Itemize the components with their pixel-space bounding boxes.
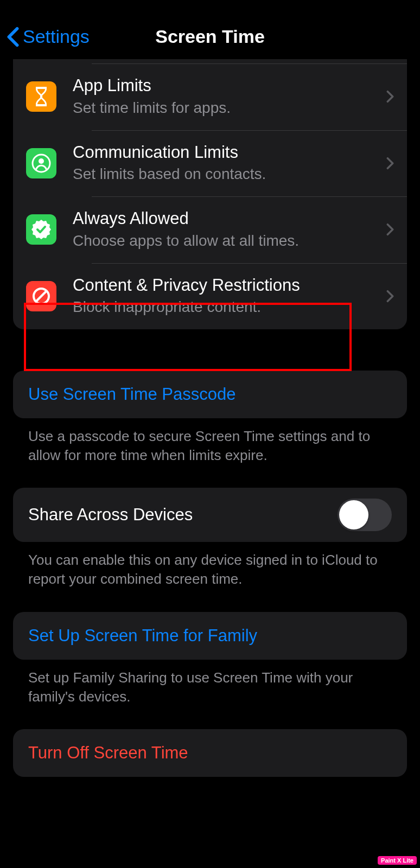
chevron-left-icon (7, 27, 20, 47)
footer-share: You can enable this on any device signed… (0, 542, 420, 589)
row-app-limits[interactable]: App Limits Set time limits for apps. (13, 63, 407, 130)
link-label: Use Screen Time Passcode (28, 385, 236, 404)
row-share-across-devices: Share Across Devices (13, 488, 407, 542)
svg-line-3 (36, 291, 47, 302)
row-subtitle: Choose apps to allow at all times. (73, 231, 380, 251)
row-use-passcode[interactable]: Use Screen Time Passcode (13, 371, 407, 418)
chevron-right-icon (386, 223, 394, 236)
row-communication-limits[interactable]: Communication Limits Set limits based on… (13, 130, 407, 197)
back-label: Settings (23, 26, 90, 47)
row-text: Content & Privacy Restrictions Block ina… (73, 275, 380, 318)
row-text: App Limits Set time limits for apps. (73, 75, 380, 118)
separator (92, 196, 407, 197)
watermark-badge: Paint X Lite (378, 856, 417, 865)
footer-passcode: Use a passcode to secure Screen Time set… (0, 418, 420, 465)
row-title: Communication Limits (73, 142, 380, 163)
settings-group-passcode: Use Screen Time Passcode (13, 371, 407, 418)
navigation-bar: Settings Screen Time (0, 0, 420, 59)
row-always-allowed[interactable]: Always Allowed Choose apps to allow at a… (13, 196, 407, 263)
row-title: App Limits (73, 75, 380, 97)
chevron-right-icon (386, 90, 394, 103)
no-sign-icon (26, 281, 56, 311)
hourglass-icon (26, 81, 56, 112)
toggle-label: Share Across Devices (28, 505, 193, 525)
link-label: Set Up Screen Time for Family (28, 626, 257, 645)
separator (92, 263, 407, 264)
destructive-label: Turn Off Screen Time (28, 743, 188, 762)
row-subtitle: Block inappropriate content. (73, 297, 380, 317)
back-button[interactable]: Settings (7, 26, 90, 47)
settings-group-turnoff: Turn Off Screen Time (13, 729, 407, 777)
row-setup-family[interactable]: Set Up Screen Time for Family (13, 612, 407, 660)
toggle-knob (339, 500, 368, 529)
share-toggle[interactable] (338, 499, 392, 531)
row-subtitle: Set limits based on contacts. (73, 164, 380, 184)
settings-group-share: Share Across Devices (13, 488, 407, 542)
chevron-right-icon (386, 157, 394, 170)
footer-family: Set up Family Sharing to use Screen Time… (0, 660, 420, 706)
settings-group-family: Set Up Screen Time for Family (13, 612, 407, 660)
row-turn-off[interactable]: Turn Off Screen Time (13, 729, 407, 777)
settings-group-limits: App Limits Set time limits for apps. Com… (13, 59, 407, 329)
row-content-privacy[interactable]: Content & Privacy Restrictions Block ina… (13, 263, 407, 330)
separator (92, 63, 407, 64)
row-text: Always Allowed Choose apps to allow at a… (73, 208, 380, 251)
row-title: Content & Privacy Restrictions (73, 275, 380, 296)
chevron-right-icon (386, 290, 394, 303)
row-subtitle: Set time limits for apps. (73, 98, 380, 118)
separator (92, 130, 407, 131)
person-circle-icon (26, 148, 56, 178)
row-title: Always Allowed (73, 208, 380, 229)
svg-point-1 (39, 158, 44, 164)
page-title: Screen Time (155, 26, 265, 47)
row-text: Communication Limits Set limits based on… (73, 142, 380, 185)
checkmark-seal-icon (26, 214, 56, 245)
